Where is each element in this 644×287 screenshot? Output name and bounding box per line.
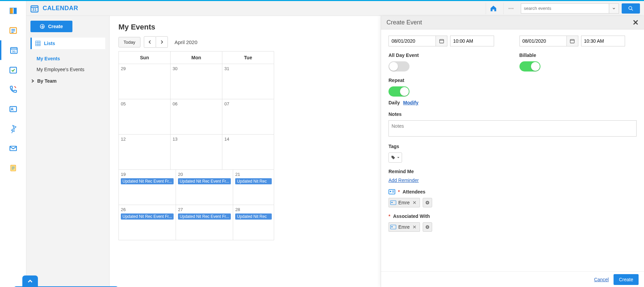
allday-toggle[interactable] — [388, 61, 409, 71]
chevron-up-icon — [26, 278, 34, 285]
rail-item-list[interactable] — [0, 21, 26, 40]
add-associated-button[interactable] — [423, 222, 432, 232]
event-chip[interactable]: Updated Nit Rec Event Fr... — [121, 178, 174, 184]
calendar-sidebar: Create Lists My Events My Employee's Eve… — [26, 16, 110, 287]
rail-item-tasks[interactable] — [0, 60, 26, 80]
modify-repeat-link[interactable]: Modify — [403, 100, 418, 105]
add-reminder-link[interactable]: Add Reminder — [388, 178, 419, 183]
calendar-cell[interactable]: 28Updated Nit Rec — [233, 205, 274, 240]
day-number: 06 — [173, 101, 220, 106]
today-button[interactable]: Today — [118, 37, 140, 47]
day-number: 19 — [121, 172, 174, 177]
svg-rect-24 — [36, 41, 40, 46]
book-icon — [9, 6, 18, 15]
calendar-cell[interactable]: 06 — [171, 99, 222, 135]
chevron-down-icon — [612, 6, 616, 11]
calendar-cell[interactable]: 20Updated Nit Rec Event Fr... — [176, 170, 233, 205]
rail-item-notes[interactable] — [0, 158, 26, 178]
sidebar-item-by-team[interactable]: By Team — [30, 75, 105, 87]
calendar-cell[interactable]: 05 — [119, 99, 171, 135]
calendar-cell[interactable]: 26Updated Nit Rec Event Fr... — [119, 205, 176, 240]
cancel-button[interactable]: Cancel — [594, 277, 609, 282]
event-chip[interactable]: Updated Nit Rec — [235, 213, 272, 220]
calendar-cell[interactable]: 31 — [222, 64, 274, 99]
day-number: 26 — [121, 207, 174, 212]
contact-icon — [9, 105, 18, 114]
expand-fab[interactable] — [22, 275, 38, 287]
month-label: April 2020 — [175, 39, 198, 45]
day-number: 12 — [121, 137, 168, 142]
day-number: 13 — [173, 137, 220, 142]
repeat-toggle[interactable] — [388, 86, 409, 97]
rail-item-calendar[interactable]: 31 — [0, 40, 26, 60]
svg-point-38 — [391, 202, 393, 203]
start-time-input[interactable] — [450, 36, 494, 46]
calendar-cell[interactable]: 19Updated Nit Rec Event Fr... — [119, 170, 176, 205]
remove-chip-button[interactable]: ✕ — [412, 224, 418, 230]
svg-rect-31 — [570, 39, 574, 43]
svg-line-23 — [631, 9, 633, 11]
grid-icon — [35, 41, 41, 46]
chevron-right-icon — [31, 79, 35, 83]
end-time-input[interactable] — [581, 36, 625, 46]
search-dropdown[interactable] — [609, 3, 619, 14]
tags-label: Tags — [388, 144, 637, 149]
calendar-cell[interactable]: 30 — [171, 64, 222, 99]
close-panel-button[interactable]: ✕ — [632, 18, 639, 27]
brand: 31 CALENDAR — [30, 4, 78, 13]
rail-item-pins[interactable] — [0, 119, 26, 139]
event-chip[interactable]: Updated Nit Rec Event Fr... — [178, 178, 231, 184]
day-number: 14 — [224, 137, 272, 142]
remove-chip-button[interactable]: ✕ — [412, 200, 418, 206]
sidebar-lists-header[interactable]: Lists — [30, 38, 105, 49]
calendar-cell[interactable]: 27Updated Nit Rec Event Fr... — [176, 205, 233, 240]
home-button[interactable] — [486, 3, 501, 14]
day-number: 28 — [235, 207, 272, 212]
sidebar-item-employee-events[interactable]: My Employee's Events — [30, 64, 105, 75]
attendee-chip[interactable]: Emre ✕ — [388, 198, 420, 207]
rail-item-mail[interactable] — [0, 139, 26, 158]
svg-point-22 — [629, 6, 632, 9]
sidebar-item-my-events[interactable]: My Events — [30, 53, 105, 64]
chip-label: Emre — [398, 200, 409, 205]
calendar-cell[interactable]: 07 — [222, 99, 274, 135]
create-event-button[interactable]: Create — [30, 21, 72, 32]
event-chip[interactable]: Updated Nit Rec — [235, 178, 272, 184]
end-date-input[interactable] — [519, 36, 567, 46]
calendar-cell[interactable]: 12 — [119, 135, 171, 170]
associated-chip[interactable]: Emre ✕ — [388, 222, 420, 232]
allday-label: All Day Event — [388, 53, 506, 58]
calendar-cell[interactable]: 13 — [171, 135, 222, 170]
rail-item-app[interactable] — [0, 1, 26, 21]
svg-point-43 — [391, 226, 393, 227]
next-month-button[interactable] — [156, 36, 168, 48]
tags-button[interactable] — [388, 152, 402, 163]
ellipsis-icon — [507, 5, 515, 12]
event-chip[interactable]: Updated Nit Rec Event Fr... — [121, 213, 174, 220]
search-input[interactable] — [521, 3, 609, 14]
end-date-picker[interactable] — [567, 36, 578, 46]
more-button[interactable] — [503, 3, 518, 14]
day-number: 05 — [121, 101, 168, 106]
start-date-input[interactable] — [388, 36, 436, 46]
add-attendee-button[interactable] — [423, 198, 432, 207]
calendar-cell[interactable]: 14 — [222, 135, 274, 170]
plus-circle-icon — [425, 225, 430, 229]
calendar-cell[interactable]: 21Updated Nit Rec — [233, 170, 274, 205]
svg-rect-42 — [391, 225, 396, 229]
event-chip[interactable]: Updated Nit Rec Event Fr... — [178, 213, 231, 220]
list-icon — [9, 26, 18, 35]
start-date-picker[interactable] — [436, 36, 447, 46]
prev-month-button[interactable] — [144, 36, 156, 48]
rail-item-contacts[interactable] — [0, 99, 26, 119]
create-submit-button[interactable]: Create — [614, 274, 639, 285]
day-header: Tue — [222, 52, 274, 64]
billable-toggle[interactable] — [519, 61, 540, 71]
calendar-cell[interactable]: 29 — [119, 64, 171, 99]
rail-item-calls[interactable] — [0, 80, 26, 99]
notes-input[interactable] — [388, 120, 637, 137]
day-header: Sun — [119, 52, 171, 64]
repeat-summary: Daily — [388, 100, 400, 105]
search-button[interactable] — [622, 3, 640, 14]
create-event-panel: Create Event ✕ — [381, 16, 644, 287]
